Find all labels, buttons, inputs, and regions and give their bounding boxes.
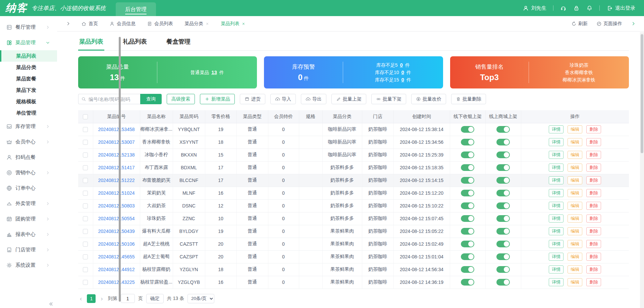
- online-shelf-toggle[interactable]: [496, 202, 510, 209]
- detail-button[interactable]: 详情: [549, 278, 564, 286]
- goto-page-input[interactable]: [121, 294, 135, 303]
- edit-button[interactable]: 编辑: [568, 125, 582, 133]
- offline-shelf-toggle[interactable]: [461, 266, 474, 273]
- sidebar-item[interactable]: 菜品管理: [0, 35, 57, 50]
- toolbar-button[interactable]: 批量改价: [411, 94, 446, 104]
- sidebar-item[interactable]: 营销中心: [0, 165, 57, 180]
- page-ops-button[interactable]: 页面操作: [596, 21, 622, 27]
- row-checkbox[interactable]: [83, 267, 88, 272]
- online-shelf-toggle[interactable]: [496, 190, 510, 196]
- dish-id-link[interactable]: 20240812151222: [98, 178, 135, 183]
- dish-id-link[interactable]: 20240812151417: [98, 165, 135, 170]
- select-all-checkbox[interactable]: [83, 114, 88, 119]
- sidebar-item[interactable]: 规格模板: [0, 96, 57, 107]
- toolbar-button[interactable]: 批量下架: [371, 94, 406, 104]
- detail-button[interactable]: 详情: [549, 138, 564, 146]
- offline-shelf-toggle[interactable]: [461, 190, 474, 196]
- sidebar-item[interactable]: 菜品分类: [0, 62, 57, 73]
- row-checkbox[interactable]: [83, 242, 88, 247]
- edit-button[interactable]: 编辑: [568, 214, 582, 223]
- dish-id-link[interactable]: 20240812143225: [98, 280, 135, 285]
- sidebar-item[interactable]: 菜品套餐: [0, 73, 57, 84]
- online-shelf-toggle[interactable]: [496, 126, 510, 133]
- offline-shelf-toggle[interactable]: [461, 202, 474, 209]
- delete-button[interactable]: 删除: [586, 151, 601, 159]
- toolbar-button[interactable]: 进货: [240, 94, 265, 104]
- search-input[interactable]: [78, 94, 140, 104]
- bell-icon[interactable]: [586, 5, 593, 11]
- online-shelf-toggle[interactable]: [496, 228, 510, 235]
- offline-shelf-toggle[interactable]: [461, 253, 474, 260]
- close-icon[interactable]: [241, 22, 246, 26]
- offline-shelf-toggle[interactable]: [461, 177, 474, 184]
- offline-shelf-toggle[interactable]: [461, 126, 474, 133]
- detail-button[interactable]: 详情: [549, 189, 564, 197]
- row-checkbox[interactable]: [83, 178, 88, 183]
- online-shelf-toggle[interactable]: [496, 253, 510, 260]
- row-checkbox[interactable]: [83, 254, 88, 259]
- edit-button[interactable]: 编辑: [568, 176, 582, 184]
- user-menu[interactable]: 刘先生: [523, 5, 546, 11]
- headset-icon[interactable]: [560, 5, 567, 11]
- chevron-right-icon[interactable]: [66, 21, 71, 26]
- delete-button[interactable]: 删除: [586, 189, 601, 197]
- sidebar-item[interactable]: 餐厅管理: [0, 19, 57, 35]
- sidebar-item[interactable]: 菜品列表: [0, 50, 57, 62]
- offline-shelf-toggle[interactable]: [461, 139, 474, 145]
- confirm-page-button[interactable]: 确定: [146, 294, 164, 303]
- breadcrumb-tab[interactable]: 会员列表: [141, 16, 179, 31]
- offline-shelf-toggle[interactable]: [461, 279, 474, 286]
- sidebar-item[interactable]: 系统设置: [0, 257, 57, 273]
- delete-button[interactable]: 删除: [586, 202, 601, 210]
- dish-id-link[interactable]: 20240812151024: [98, 190, 135, 196]
- dish-id-link[interactable]: 20240812153458: [98, 127, 135, 132]
- row-checkbox[interactable]: [83, 216, 88, 221]
- detail-button[interactable]: 详情: [549, 265, 564, 273]
- sidebar-item[interactable]: 团购管理: [0, 211, 57, 227]
- detail-button[interactable]: 详情: [549, 164, 564, 172]
- sidebar-item[interactable]: 订单中心: [0, 180, 57, 196]
- delete-button[interactable]: 删除: [586, 176, 601, 184]
- refresh-button[interactable]: 刷新: [571, 21, 588, 27]
- sidebar-item[interactable]: 门店管理: [0, 242, 57, 257]
- edit-button[interactable]: 编辑: [568, 278, 582, 286]
- toolbar-button[interactable]: 导入: [270, 94, 296, 104]
- edit-button[interactable]: 编辑: [568, 138, 582, 146]
- breadcrumb-tab[interactable]: 菜品分类: [179, 16, 215, 31]
- row-checkbox[interactable]: [83, 152, 88, 158]
- breadcrumb-tab[interactable]: 会员信息: [104, 16, 141, 31]
- row-checkbox[interactable]: [83, 165, 88, 170]
- edit-button[interactable]: 编辑: [568, 253, 582, 261]
- edit-button[interactable]: 编辑: [568, 151, 582, 159]
- toolbar-button[interactable]: 导出: [301, 94, 326, 104]
- sidebar-item[interactable]: 菜品下发: [0, 84, 57, 96]
- online-shelf-toggle[interactable]: [496, 241, 510, 247]
- online-shelf-toggle[interactable]: [496, 266, 510, 273]
- edit-button[interactable]: 编辑: [568, 189, 582, 197]
- breadcrumb-tab[interactable]: 首页: [75, 16, 104, 31]
- toolbar-button[interactable]: 新增菜品: [200, 94, 235, 104]
- dish-id-link[interactable]: 20240812150803: [98, 203, 135, 208]
- next-page-button[interactable]: ›: [99, 295, 104, 302]
- delete-button[interactable]: 删除: [586, 253, 601, 261]
- dish-id-link[interactable]: 20240812144912: [98, 267, 135, 272]
- online-shelf-toggle[interactable]: [496, 215, 510, 222]
- offline-shelf-toggle[interactable]: [461, 241, 474, 247]
- panel-tab[interactable]: 餐盒管理: [165, 34, 192, 50]
- logout-button[interactable]: 退出登录: [606, 5, 635, 11]
- edit-button[interactable]: 编辑: [568, 202, 582, 210]
- row-checkbox[interactable]: [83, 203, 88, 208]
- delete-button[interactable]: 删除: [586, 278, 601, 286]
- sidebar-scrollbar[interactable]: [119, 37, 121, 302]
- dish-id-link[interactable]: 20240812150554: [98, 216, 135, 221]
- online-shelf-toggle[interactable]: [496, 151, 510, 158]
- panel-tab[interactable]: 菜品列表: [78, 34, 104, 50]
- sidebar-item[interactable]: 外卖管理: [0, 196, 57, 211]
- detail-button[interactable]: 详情: [549, 202, 564, 210]
- delete-button[interactable]: 删除: [586, 240, 601, 248]
- edit-button[interactable]: 编辑: [568, 164, 582, 172]
- online-shelf-toggle[interactable]: [496, 279, 510, 286]
- page-number-button[interactable]: 1: [87, 294, 96, 303]
- sidebar-item[interactable]: 会员中心: [0, 134, 57, 149]
- breadcrumb-tab[interactable]: 菜品列表: [215, 16, 251, 31]
